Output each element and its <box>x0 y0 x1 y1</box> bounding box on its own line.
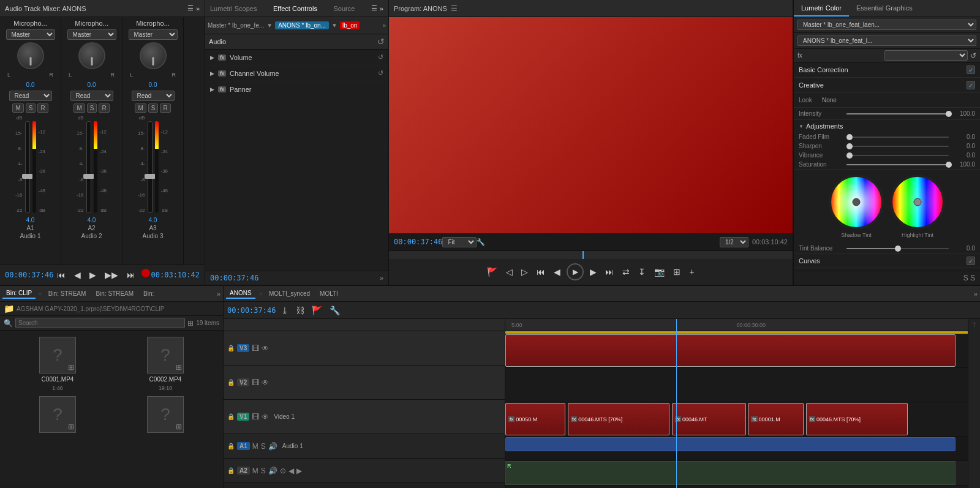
intensity-slider[interactable] <box>846 113 949 114</box>
ec-anons-clip[interactable]: ANONS * lb_on... <box>275 21 329 29</box>
sharpen-thumb[interactable] <box>846 143 853 149</box>
channel-a1-master-dropdown[interactable]: Master <box>6 29 55 40</box>
expand-icon-ec2[interactable]: » <box>382 22 386 29</box>
tint-balance-slider[interactable] <box>846 248 949 249</box>
bin-view-icon[interactable]: ⊞ <box>187 319 194 328</box>
monitor-overwrite-btn[interactable]: ↧ <box>636 265 648 279</box>
channel-a2-knob[interactable] <box>78 42 105 69</box>
v3-lock-icon[interactable]: 🔒 <box>227 345 235 352</box>
timeline-wrench-btn[interactable]: 🔧 <box>328 304 342 317</box>
a2-clip-area[interactable]: R <box>505 461 968 486</box>
v2-film-icon[interactable]: 🎞 <box>252 378 259 387</box>
channel-a1-fader-handle[interactable] <box>22 174 33 179</box>
timeline-tab-anons[interactable]: ANONS <box>226 288 255 299</box>
channel-a2-r-btn[interactable]: R <box>99 103 109 113</box>
ec-channel-volume-reset[interactable]: ↺ <box>378 69 383 77</box>
timeline-tab-molti[interactable]: MOLTI <box>316 289 342 298</box>
channel-a1-r-btn[interactable]: R <box>37 103 48 113</box>
faded-film-thumb[interactable] <box>846 134 853 140</box>
lumetri-fx-reset[interactable]: ↺ <box>970 51 976 60</box>
transport-back-btn[interactable]: ◀ <box>72 268 83 282</box>
a1-vol-icon[interactable]: 🔊 <box>268 442 277 451</box>
a2-adjust-icon[interactable]: ⊙ <box>280 467 286 475</box>
transport-fwd-btn[interactable]: ▶▶ <box>102 268 121 282</box>
faded-film-slider[interactable] <box>846 137 949 138</box>
a1-clip-area[interactable] <box>505 437 968 461</box>
monitor-in-btn[interactable]: ◁ <box>503 265 515 279</box>
v3-clip[interactable] <box>505 334 956 367</box>
creative-section[interactable]: Creative ✓ <box>794 78 980 93</box>
monitor-marker-btn[interactable]: 🚩 <box>484 265 500 279</box>
timeline-expand-icon[interactable]: » <box>974 290 978 298</box>
wrench-icon[interactable]: 🔧 <box>477 238 485 246</box>
basic-correction-checkbox[interactable]: ✓ <box>967 66 975 74</box>
channel-a2-read-dropdown[interactable]: Read <box>70 91 113 101</box>
channel-a2-fader[interactable] <box>86 121 91 213</box>
a2-solo-icon[interactable]: S <box>261 467 266 475</box>
hamburger-icon-ec[interactable]: ☰ <box>371 4 377 12</box>
v1-clip-00050[interactable]: fx 00050.M <box>505 403 565 435</box>
v2-lock-icon[interactable]: 🔒 <box>227 379 235 386</box>
timeline-linked-btn[interactable]: ⛓ <box>294 304 306 317</box>
channel-a1-read-dropdown[interactable]: Read <box>9 91 52 101</box>
channel-a3-fader-handle[interactable] <box>145 174 156 179</box>
monitor-back-frame-btn[interactable]: ◀ <box>551 265 563 279</box>
v2-clip-area[interactable] <box>505 368 968 402</box>
expand-icon-ec-bottom[interactable]: » <box>380 274 383 282</box>
bin-item-c0001[interactable]: ? ⊞ C0001.MP4 1:46 <box>6 337 109 391</box>
timeline-marker-btn[interactable]: 🚩 <box>310 304 324 317</box>
v3-eye-icon[interactable]: 👁 <box>262 344 269 353</box>
curves-checkbox[interactable]: ✓ <box>967 257 975 265</box>
saturation-thumb[interactable] <box>946 162 952 168</box>
v1-clip-00046-2[interactable]: fx 00046.MT <box>672 403 746 435</box>
intensity-thumb[interactable] <box>946 111 952 117</box>
a1-lock-icon[interactable]: 🔒 <box>227 443 235 450</box>
channel-a3-read-dropdown[interactable]: Read <box>132 91 175 101</box>
channel-a1-s-btn[interactable]: S <box>26 103 36 113</box>
saturation-slider[interactable] <box>846 164 949 165</box>
creative-checkbox[interactable]: ✓ <box>967 81 975 89</box>
a2-lock-icon[interactable]: 🔒 <box>227 467 235 475</box>
v1-clip-00046-3[interactable]: fx 00046.MTS [70%] <box>806 403 908 435</box>
bin-tab-stream1[interactable]: Bin: STREAM <box>45 289 90 298</box>
channel-a3-fader[interactable] <box>148 121 153 213</box>
monitor-prev-edit-btn[interactable]: ⏮ <box>534 265 548 279</box>
highlight-tint-wheel[interactable] <box>890 175 945 230</box>
transport-next-btn[interactable]: ⏭ <box>124 268 138 282</box>
ec-volume-reset[interactable]: ↺ <box>378 53 383 61</box>
v3-clip-area[interactable] <box>505 334 968 368</box>
bin-item-4[interactable]: ? ⊞ <box>114 396 217 435</box>
lumetri-color-tab[interactable]: Lumetri Color <box>794 0 849 17</box>
curves-section[interactable]: Curves ✓ <box>794 254 980 268</box>
v1-film-icon[interactable]: 🎞 <box>252 413 259 421</box>
channel-a1-fader[interactable] <box>25 121 30 213</box>
expand-icon[interactable]: » <box>196 5 200 12</box>
vibrance-slider[interactable] <box>846 155 949 156</box>
channel-a1-m-btn[interactable]: M <box>12 103 23 113</box>
a2-clip-block[interactable]: R <box>505 461 956 485</box>
monitor-export-btn[interactable]: ⊞ <box>671 265 683 279</box>
monitor-fit-dropdown[interactable]: Fit 25% 50% 100% <box>442 237 477 247</box>
vibrance-thumb[interactable] <box>846 152 853 159</box>
v1-lock-icon[interactable]: 🔒 <box>227 413 235 421</box>
channel-a2-fader-handle[interactable] <box>83 174 94 179</box>
bin-item-3[interactable]: ? ⊞ <box>6 396 109 435</box>
monitor-next-edit-btn[interactable]: ⏭ <box>603 265 616 279</box>
monitor-menu-icon[interactable]: ☰ <box>451 4 458 13</box>
sharpen-slider[interactable] <box>846 146 949 147</box>
record-btn[interactable] <box>141 269 150 277</box>
bin-tab-stream2[interactable]: Bin: STREAM <box>92 289 137 298</box>
channel-a2-s-btn[interactable]: S <box>87 103 97 113</box>
bin-search-input[interactable] <box>15 318 185 328</box>
a1-solo-icon[interactable]: S <box>261 442 266 451</box>
tint-balance-thumb[interactable] <box>895 246 901 252</box>
adjustments-header[interactable]: ▼ Adjustments <box>794 120 980 132</box>
channel-a3-master-dropdown[interactable]: Master <box>129 29 178 40</box>
bin-tab-other[interactable]: Bin: <box>140 289 157 298</box>
v1-eye-icon[interactable]: 👁 <box>262 413 269 421</box>
ec-clip-active-btn[interactable]: lb_on <box>340 21 360 29</box>
a2-vol-icon[interactable]: 🔊 <box>268 467 277 475</box>
timeline-tab-molti-synced[interactable]: MOLTI_synced <box>265 289 314 298</box>
v1-clip-00001[interactable]: fx 00001.M <box>748 403 804 435</box>
transport-prev-btn[interactable]: ⏮ <box>55 268 68 282</box>
